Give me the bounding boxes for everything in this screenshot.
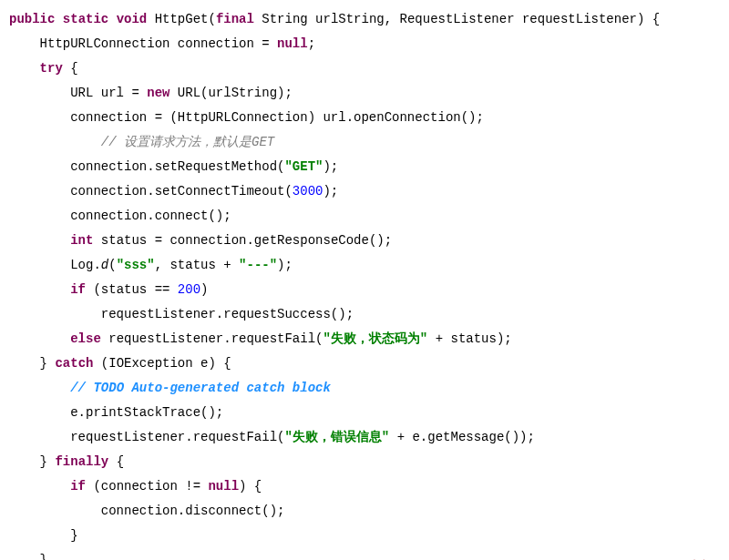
code-block: public static void HttpGet(final String … [9,7,720,560]
code-line: // 设置请求方法，默认是GET [9,135,274,149]
code-text: (status == [86,282,178,297]
code-line: URL url = new URL(urlString); [9,86,293,100]
keyword-null: null [208,479,239,494]
code-line: else requestListener.requestFail("失败，状态码… [9,331,512,346]
keyword-null: null [277,36,308,51]
code-text [9,381,70,395]
keyword-finally: finally [55,454,108,469]
string-literal: "失败，错误信息" [284,430,389,444]
keyword-public: public [9,12,55,26]
code-text: URL(urlString); [169,86,292,100]
code-text [9,61,40,76]
method-name: d [101,258,108,272]
keyword-new: new [147,86,169,100]
code-text: } [9,454,55,469]
code-line: try { [9,61,78,76]
string-literal: "sss" [117,258,155,272]
code-line: // TODO Auto-generated catch block [9,381,331,395]
code-line: connection.connect(); [9,209,231,223]
keyword-static: static [63,12,108,26]
code-line: requestListener.requestSuccess(); [9,307,354,321]
code-text [9,282,70,297]
code-line: connection = (HttpURLConnection) url.ope… [9,110,484,125]
code-text: } [9,356,55,371]
code-text: ) { [239,479,262,494]
code-text: requestListener.requestFail( [101,331,323,346]
code-text: ; [308,36,315,51]
string-literal: "GET" [284,159,323,174]
code-text: connection.setConnectTimeout( [9,184,293,199]
code-line: public static void HttpGet(final String … [9,12,660,26]
code-text: Log. [9,258,101,272]
code-text: { [108,454,124,469]
code-line: connection.disconnect(); [9,504,284,518]
code-line: connection.setConnectTimeout(3000); [9,184,338,199]
code-line: Log.d("sss", status + "---"); [9,258,293,272]
keyword-else: else [70,331,101,346]
keyword-final: final [216,12,254,26]
code-text: ( [108,258,116,272]
code-text: + e.getMessage()); [389,430,535,444]
code-line: HttpURLConnection connection = null; [9,36,315,51]
code-text: + status); [427,331,511,346]
code-line: int status = connection.getResponseCode(… [9,233,392,248]
code-text: ); [277,258,293,272]
code-text: HttpURLConnection connection = [9,36,277,51]
code-text [9,135,101,149]
code-text: ); [323,159,338,174]
code-text [9,233,70,248]
code-text: URL url = [9,86,147,100]
code-line: } [9,553,47,560]
code-line: } catch (IOException e) { [9,356,231,371]
code-text [9,331,70,346]
watermark-badge: php 中文网 [665,552,724,560]
code-line: } [9,528,78,543]
code-line: if (status == 200) [9,282,208,297]
keyword-catch: catch [55,356,93,371]
comment: // 设置请求方法，默认是GET [101,135,274,149]
code-text: (connection != [86,479,208,494]
number-literal: 3000 [293,184,323,199]
code-text: status = connection.getResponseCode(); [93,233,392,248]
keyword-if: if [70,282,86,297]
keyword-int: int [70,233,93,248]
number-literal: 200 [178,282,200,297]
code-line: connection.setRequestMethod("GET"); [9,159,338,174]
code-text: requestListener.requestFail( [9,430,284,444]
code-text: HttpGet( [147,12,216,26]
code-line: requestListener.requestFail("失败，错误信息" + … [9,430,535,444]
code-text: String urlString, RequestListener reques… [254,12,660,26]
string-literal: "失败，状态码为" [323,331,427,346]
code-text: { [63,61,78,76]
keyword-if: if [70,479,86,494]
code-line: e.printStackTrace(); [9,405,223,420]
string-literal: "---" [239,258,277,272]
code-line: } finally { [9,454,124,469]
code-text: connection.setRequestMethod( [9,159,284,174]
code-text: ); [323,184,338,199]
code-text: ) [200,282,208,297]
code-text: , status + [155,258,239,272]
keyword-void: void [117,12,148,26]
todo-comment: // TODO Auto-generated catch block [70,381,331,395]
code-text: (IOException e) { [93,356,231,371]
keyword-try: try [40,61,63,76]
code-text [9,479,70,494]
code-line: if (connection != null) { [9,479,262,494]
